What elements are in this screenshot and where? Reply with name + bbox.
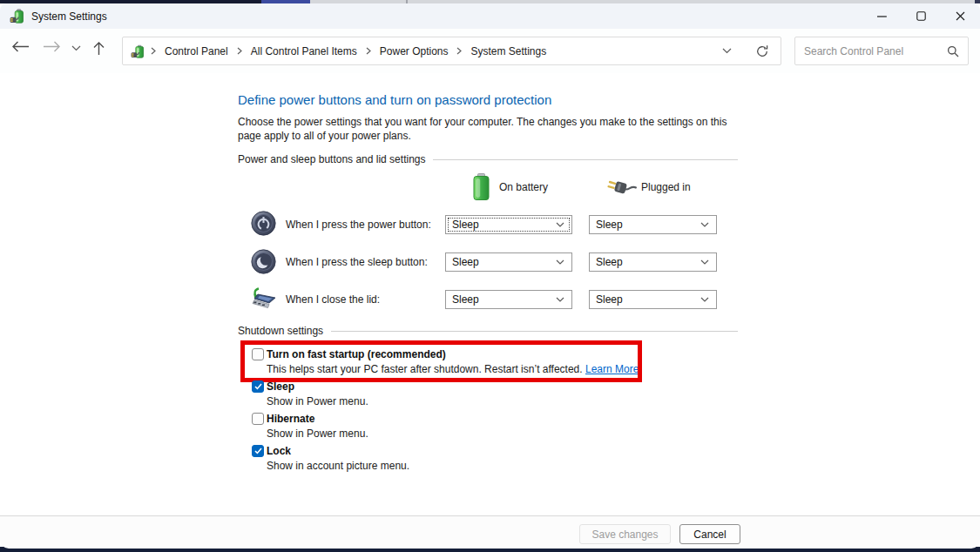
breadcrumb-separator-icon (150, 47, 157, 55)
section-rule (433, 159, 738, 160)
label-hibernate[interactable]: Hibernate (267, 413, 314, 425)
cancel-button[interactable]: Cancel (679, 524, 740, 544)
dropdown-value: Sleep (446, 219, 556, 231)
row-label-power-button: When I press the power button: (286, 219, 431, 231)
system-settings-window: System Settings (0, 0, 980, 552)
section-power-buttons: Power and sleep buttons and lid settings (238, 153, 738, 165)
page-intro: Choose the power settings that you want … (238, 116, 736, 143)
power-options-icon (10, 9, 24, 24)
row-label-sleep-button: When I press the sleep button: (286, 256, 428, 268)
page-title: Define power buttons and turn on passwor… (238, 92, 551, 107)
battery-icon (473, 173, 490, 204)
save-changes-button[interactable]: Save changes (579, 524, 671, 544)
forward-button[interactable] (43, 41, 61, 52)
power-button-icon (251, 211, 276, 239)
footer-bar: Save changes Cancel (0, 515, 980, 549)
search-input[interactable] (795, 45, 947, 57)
dropdown-close-lid-plugged-in[interactable]: Sleep (589, 290, 717, 309)
power-options-icon (131, 44, 145, 58)
chevron-down-icon (556, 222, 564, 227)
dropdown-value: Sleep (446, 256, 556, 268)
breadcrumb-power-options[interactable]: Power Options (372, 45, 456, 57)
dropdown-value: Sleep (446, 293, 556, 306)
plug-icon (605, 177, 637, 203)
breadcrumb-separator-icon (236, 47, 243, 55)
checkbox-hibernate[interactable] (252, 413, 264, 425)
breadcrumb-control-panel[interactable]: Control Panel (157, 45, 236, 57)
window-controls (862, 3, 980, 29)
desc-hibernate: Show in Power menu. (267, 427, 368, 440)
chevron-down-icon (700, 259, 709, 265)
sleep-button-icon (251, 249, 276, 278)
section-title: Power and sleep buttons and lid settings (238, 153, 425, 165)
label-sleep[interactable]: Sleep (267, 380, 294, 393)
address-dropdown-chevron-icon[interactable] (722, 48, 732, 54)
desc-lock: Show in account picture menu. (267, 460, 409, 472)
checkbox-sleep[interactable] (252, 380, 264, 393)
dropdown-power-button-on-battery[interactable]: Sleep (445, 215, 572, 234)
learn-more-link[interactable]: Learn More (585, 363, 639, 375)
desc-fast-startup: This helps start your PC faster after sh… (267, 363, 639, 375)
annotation-red-highlight (240, 340, 642, 382)
chevron-down-icon (700, 297, 709, 302)
search-icon[interactable] (947, 45, 959, 57)
dropdown-value: Sleep (590, 256, 700, 268)
title-bar: System Settings (0, 3, 980, 29)
close-button[interactable] (941, 3, 980, 29)
section-rule (331, 331, 738, 332)
dropdown-sleep-button-on-battery[interactable]: Sleep (445, 252, 572, 272)
minimize-button[interactable] (862, 3, 902, 29)
column-header-on-battery: On battery (499, 181, 548, 193)
maximize-button[interactable] (902, 3, 941, 29)
search-box[interactable] (794, 37, 969, 65)
breadcrumb-system-settings[interactable]: System Settings (463, 45, 554, 57)
section-title: Shutdown settings (238, 325, 323, 337)
dropdown-power-button-plugged-in[interactable]: Sleep (589, 215, 717, 234)
back-button[interactable] (11, 41, 30, 52)
refresh-icon[interactable] (755, 44, 769, 58)
breadcrumb-separator-icon (365, 47, 372, 55)
section-shutdown: Shutdown settings (238, 325, 738, 337)
dropdown-sleep-button-plugged-in[interactable]: Sleep (589, 252, 717, 272)
label-lock[interactable]: Lock (267, 445, 291, 457)
chevron-down-icon (556, 259, 564, 265)
breadcrumb-separator-icon (456, 47, 463, 55)
label-fast-startup[interactable]: Turn on fast startup (recommended) (267, 348, 446, 360)
main-content: Define power buttons and turn on passwor… (0, 73, 980, 515)
dropdown-value: Sleep (590, 219, 700, 231)
window-title: System Settings (31, 10, 107, 23)
desc-text: This helps start your PC faster after sh… (267, 363, 583, 375)
desc-sleep: Show in Power menu. (267, 395, 368, 407)
row-label-close-lid: When I close the lid: (286, 293, 380, 306)
checkbox-fast-startup[interactable] (252, 348, 264, 360)
chevron-down-icon (556, 297, 564, 302)
column-header-plugged-in: Plugged in (641, 181, 691, 193)
breadcrumb-all-control-panel-items[interactable]: All Control Panel Items (243, 45, 365, 57)
up-button[interactable] (93, 41, 105, 56)
checkbox-lock[interactable] (252, 445, 264, 457)
dropdown-close-lid-on-battery[interactable]: Sleep (445, 290, 572, 309)
navigation-toolbar: Control Panel All Control Panel Items Po… (0, 29, 980, 73)
laptop-lid-icon (251, 286, 279, 314)
chevron-down-icon (700, 222, 709, 227)
address-bar[interactable]: Control Panel All Control Panel Items Po… (122, 37, 781, 65)
dropdown-value: Sleep (590, 293, 700, 306)
recent-pages-chevron-icon[interactable] (71, 45, 81, 51)
